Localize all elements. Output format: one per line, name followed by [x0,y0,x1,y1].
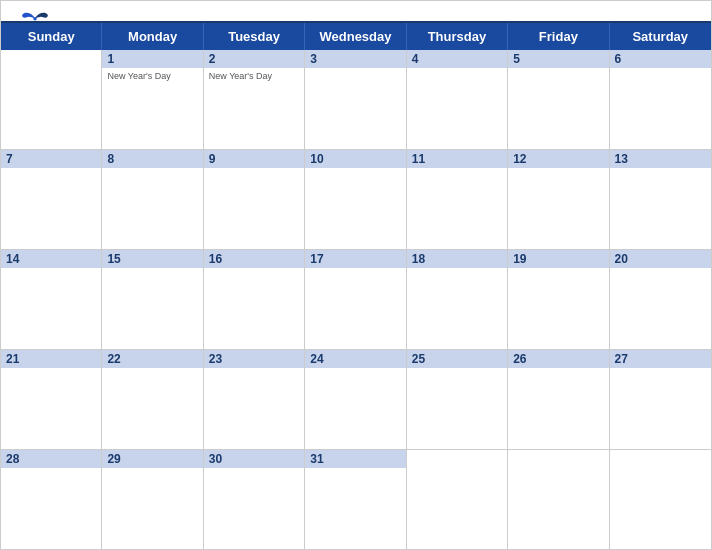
week-row-3: 14151617181920 [1,250,711,350]
day-headers-row: SundayMondayTuesdayWednesdayThursdayFrid… [1,23,711,50]
day-cell: 14 [1,250,102,349]
day-cell: 5 [508,50,609,149]
day-event: New Year's Day [107,71,197,82]
day-cell: 8 [102,150,203,249]
day-cell: 28 [1,450,102,549]
day-number: 16 [204,250,304,268]
day-cell: 1New Year's Day [102,50,203,149]
day-header-monday: Monday [102,23,203,50]
week-row-2: 78910111213 [1,150,711,250]
day-cell: 30 [204,450,305,549]
day-cell: 16 [204,250,305,349]
day-header-tuesday: Tuesday [204,23,305,50]
day-cell: 13 [610,150,711,249]
logo-icon [21,9,49,27]
day-number: 17 [305,250,405,268]
day-number: 22 [102,350,202,368]
day-number: 28 [1,450,101,468]
day-cell: 26 [508,350,609,449]
day-number: 29 [102,450,202,468]
day-number: 12 [508,150,608,168]
day-number: 1 [102,50,202,68]
day-number: 10 [305,150,405,168]
day-number: 5 [508,50,608,68]
day-cell [508,450,609,549]
day-cell: 27 [610,350,711,449]
day-cell: 7 [1,150,102,249]
day-header-saturday: Saturday [610,23,711,50]
day-header-friday: Friday [508,23,609,50]
day-cell [1,50,102,149]
day-header-sunday: Sunday [1,23,102,50]
day-cell: 22 [102,350,203,449]
day-number: 25 [407,350,507,368]
day-cell: 10 [305,150,406,249]
day-cell: 6 [610,50,711,149]
day-cell: 29 [102,450,203,549]
day-number: 19 [508,250,608,268]
day-cell: 18 [407,250,508,349]
day-cell: 19 [508,250,609,349]
day-cell: 3 [305,50,406,149]
day-header-wednesday: Wednesday [305,23,406,50]
day-number: 13 [610,150,711,168]
day-number: 20 [610,250,711,268]
day-cell: 11 [407,150,508,249]
day-number: 4 [407,50,507,68]
day-cell: 12 [508,150,609,249]
day-number: 15 [102,250,202,268]
day-cell: 15 [102,250,203,349]
day-cell: 2New Year's Day [204,50,305,149]
day-event: New Year's Day [209,71,299,82]
day-number: 3 [305,50,405,68]
day-cell [407,450,508,549]
week-row-5: 28293031 [1,450,711,549]
day-number: 21 [1,350,101,368]
calendar-grid: SundayMondayTuesdayWednesdayThursdayFrid… [1,21,711,549]
day-number: 24 [305,350,405,368]
day-cell: 21 [1,350,102,449]
day-cell: 4 [407,50,508,149]
calendar-header [1,1,711,21]
day-cell: 24 [305,350,406,449]
weeks-container: 1New Year's Day2New Year's Day3456789101… [1,50,711,549]
day-header-thursday: Thursday [407,23,508,50]
day-cell: 25 [407,350,508,449]
day-number: 9 [204,150,304,168]
week-row-4: 21222324252627 [1,350,711,450]
day-number: 7 [1,150,101,168]
day-number: 26 [508,350,608,368]
day-number: 27 [610,350,711,368]
day-cell: 23 [204,350,305,449]
week-row-1: 1New Year's Day2New Year's Day3456 [1,50,711,150]
day-number: 14 [1,250,101,268]
logo [21,9,49,28]
svg-point-0 [33,17,36,20]
day-number: 2 [204,50,304,68]
day-number: 18 [407,250,507,268]
day-number: 11 [407,150,507,168]
day-cell: 20 [610,250,711,349]
day-cell: 9 [204,150,305,249]
day-number: 30 [204,450,304,468]
day-number: 23 [204,350,304,368]
day-cell [610,450,711,549]
day-number: 31 [305,450,405,468]
day-cell: 17 [305,250,406,349]
day-cell: 31 [305,450,406,549]
calendar-container: SundayMondayTuesdayWednesdayThursdayFrid… [0,0,712,550]
day-number: 6 [610,50,711,68]
day-number: 8 [102,150,202,168]
